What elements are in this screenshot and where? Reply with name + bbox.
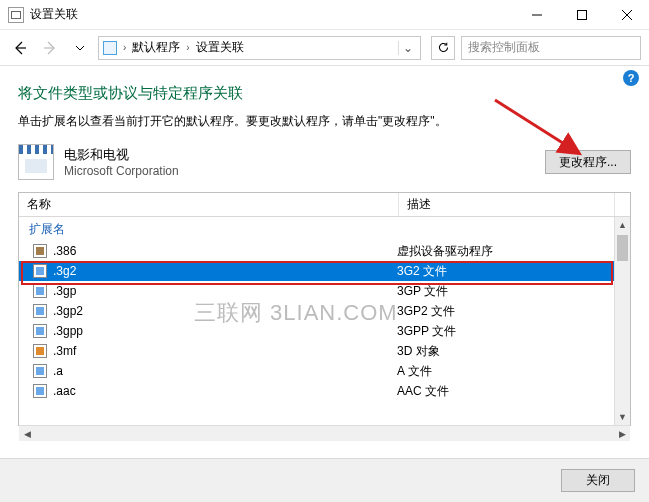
breadcrumb-dropdown[interactable]: ⌄ xyxy=(398,41,416,55)
movies-tv-icon xyxy=(18,144,54,180)
ext-name: .a xyxy=(53,364,397,378)
vertical-scrollbar[interactable]: ▲ ▼ xyxy=(614,217,630,425)
header-scroll-spacer xyxy=(614,193,630,216)
titlebar: 设置关联 xyxy=(0,0,649,30)
app-icon xyxy=(8,7,24,23)
ext-desc: 3GP 文件 xyxy=(397,283,630,300)
ext-desc: AAC 文件 xyxy=(397,383,630,400)
content-area: ? 将文件类型或协议与特定程序关联 单击扩展名以查看当前打开它的默认程序。要更改… xyxy=(0,66,649,502)
associated-app-row: 电影和电视 Microsoft Corporation 更改程序... xyxy=(18,144,631,180)
chevron-right-icon: › xyxy=(123,42,126,53)
list-item[interactable]: .3gp3GP 文件 xyxy=(19,281,630,301)
column-name[interactable]: 名称 xyxy=(19,193,399,216)
change-program-button[interactable]: 更改程序... xyxy=(545,150,631,174)
close-button[interactable] xyxy=(604,0,649,29)
file-type-icon xyxy=(33,364,47,378)
footer: 关闭 xyxy=(0,458,649,502)
list-item[interactable]: .aA 文件 xyxy=(19,361,630,381)
ext-desc: 3G2 文件 xyxy=(397,263,630,280)
file-type-icon xyxy=(33,384,47,398)
ext-name: .3mf xyxy=(53,344,397,358)
list-item[interactable]: .aacAAC 文件 xyxy=(19,381,630,401)
scroll-right-icon[interactable]: ▶ xyxy=(614,429,630,439)
scroll-down-icon[interactable]: ▼ xyxy=(615,409,630,425)
scroll-thumb[interactable] xyxy=(617,235,628,261)
search-placeholder: 搜索控制面板 xyxy=(468,39,540,56)
ext-name: .aac xyxy=(53,384,397,398)
breadcrumb-current[interactable]: 设置关联 xyxy=(196,39,244,56)
ext-desc: A 文件 xyxy=(397,363,630,380)
scroll-left-icon[interactable]: ◀ xyxy=(19,429,35,439)
list-item[interactable]: .3gp23GP2 文件 xyxy=(19,301,630,321)
column-desc[interactable]: 描述 xyxy=(399,193,614,216)
window-buttons xyxy=(514,0,649,29)
list-body: 扩展名 .386虚拟设备驱动程序.3g23G2 文件.3gp3GP 文件.3gp… xyxy=(19,217,630,425)
file-type-icon xyxy=(33,244,47,258)
recent-dropdown[interactable] xyxy=(68,36,92,60)
scroll-up-icon[interactable]: ▲ xyxy=(615,217,630,233)
ext-name: .3gp xyxy=(53,284,397,298)
list-item[interactable]: .3mf3D 对象 xyxy=(19,341,630,361)
list-header: 名称 描述 xyxy=(19,193,630,217)
breadcrumb-root[interactable]: 默认程序 xyxy=(132,39,180,56)
list-group: 扩展名 xyxy=(19,217,630,241)
ext-desc: 3D 对象 xyxy=(397,343,630,360)
ext-name: .386 xyxy=(53,244,397,258)
ext-name: .3gpp xyxy=(53,324,397,338)
file-type-icon xyxy=(33,344,47,358)
breadcrumb-icon xyxy=(103,41,117,55)
page-heading: 将文件类型或协议与特定程序关联 xyxy=(18,84,631,103)
file-type-icon xyxy=(33,324,47,338)
help-icon[interactable]: ? xyxy=(623,70,639,86)
chevron-right-icon: › xyxy=(186,42,189,53)
navbar: › 默认程序 › 设置关联 ⌄ 搜索控制面板 xyxy=(0,30,649,66)
refresh-button[interactable] xyxy=(431,36,455,60)
forward-button[interactable] xyxy=(38,36,62,60)
file-type-icon xyxy=(33,304,47,318)
list-item[interactable]: .3g23G2 文件 xyxy=(19,261,630,281)
list-item[interactable]: .3gpp3GPP 文件 xyxy=(19,321,630,341)
app-name: 电影和电视 xyxy=(64,146,179,164)
file-type-icon xyxy=(33,284,47,298)
maximize-button[interactable] xyxy=(559,0,604,29)
page-subtext: 单击扩展名以查看当前打开它的默认程序。要更改默认程序，请单击"更改程序"。 xyxy=(18,113,631,130)
extension-list: 名称 描述 扩展名 .386虚拟设备驱动程序.3g23G2 文件.3gp3GP … xyxy=(18,192,631,426)
ext-name: .3g2 xyxy=(53,264,397,278)
app-publisher: Microsoft Corporation xyxy=(64,164,179,178)
search-input[interactable]: 搜索控制面板 xyxy=(461,36,641,60)
file-type-icon xyxy=(33,264,47,278)
ext-name: .3gp2 xyxy=(53,304,397,318)
ext-desc: 3GPP 文件 xyxy=(397,323,630,340)
minimize-button[interactable] xyxy=(514,0,559,29)
list-item[interactable]: .386虚拟设备驱动程序 xyxy=(19,241,630,261)
svg-rect-1 xyxy=(577,10,586,19)
close-dialog-button[interactable]: 关闭 xyxy=(561,469,635,492)
ext-desc: 虚拟设备驱动程序 xyxy=(397,243,630,260)
window-title: 设置关联 xyxy=(30,6,514,23)
horizontal-scrollbar[interactable]: ◀ ▶ xyxy=(19,425,630,441)
back-button[interactable] xyxy=(8,36,32,60)
ext-desc: 3GP2 文件 xyxy=(397,303,630,320)
breadcrumb[interactable]: › 默认程序 › 设置关联 ⌄ xyxy=(98,36,421,60)
